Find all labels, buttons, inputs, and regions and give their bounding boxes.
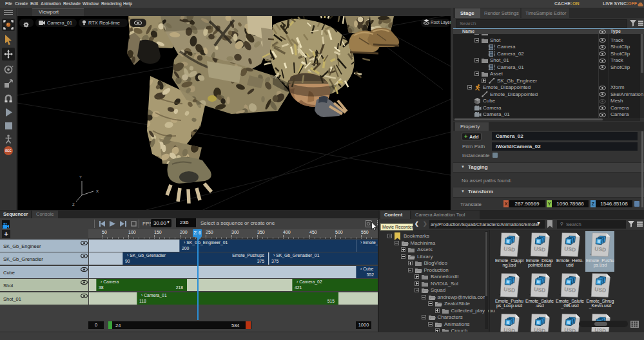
- svg-text:USD: USD: [594, 326, 607, 332]
- svg-text:Y: Y: [79, 175, 82, 179]
- svg-text:USD: USD: [564, 326, 576, 332]
- svg-text:USD: USD: [534, 245, 546, 253]
- svg-text:Z: Z: [72, 203, 75, 207]
- svg-text:X: X: [96, 189, 99, 193]
- svg-text:USD: USD: [594, 286, 607, 294]
- svg-text:USD: USD: [503, 245, 516, 253]
- svg-text:USD: USD: [534, 286, 546, 294]
- svg-text:USD: USD: [564, 245, 576, 253]
- svg-text:USD: USD: [564, 286, 576, 294]
- svg-text:USD: USD: [503, 326, 516, 332]
- svg-text:USD: USD: [594, 245, 607, 253]
- svg-text:USD: USD: [503, 286, 516, 294]
- svg-text:USD: USD: [534, 326, 546, 332]
